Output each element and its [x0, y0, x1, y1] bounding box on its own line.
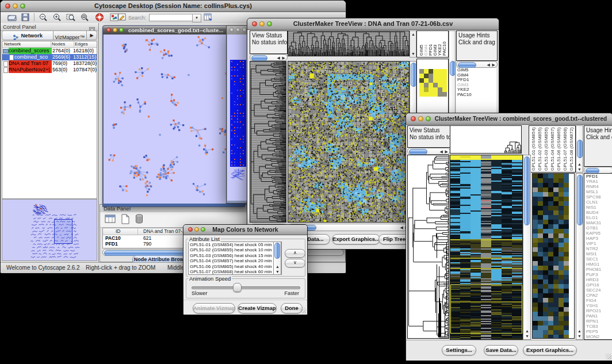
new-attribute-icon[interactable]	[121, 214, 130, 227]
matrix-cell[interactable]	[433, 78, 438, 83]
dialog-minimize-button[interactable]	[194, 227, 199, 232]
matrix-cell[interactable]	[429, 92, 433, 97]
search-input[interactable]	[149, 14, 193, 21]
tv1-column-dendrogram[interactable]	[288, 30, 410, 56]
matrix-cell[interactable]	[419, 92, 424, 97]
matrix-cell[interactable]	[429, 78, 433, 83]
matrix-cell[interactable]	[419, 87, 424, 92]
matrix-cell[interactable]	[438, 78, 442, 83]
matrix-cell[interactable]	[429, 87, 433, 92]
matrix-cell[interactable]	[438, 83, 442, 87]
dialog-button-animate-vizmap[interactable]: Animate Vizmap	[193, 303, 235, 313]
tv2-collabels-vscrollbar[interactable]: ▲▼	[576, 125, 583, 173]
tv1-minimize-button[interactable]	[259, 21, 265, 26]
network-view-canvas[interactable]	[104, 35, 243, 204]
attribute-list-item[interactable]: GPL51-02 (GSM855) heat shock 10 min	[189, 247, 281, 252]
delete-attribute-icon[interactable]	[135, 213, 144, 227]
matrix-cell[interactable]	[442, 92, 447, 97]
speed-slider-thumb[interactable]	[233, 283, 242, 292]
move-up-button[interactable]: ∧	[285, 249, 305, 258]
matrix-cell[interactable]	[442, 83, 447, 87]
tab-vizmapper[interactable]: VizMapper™	[53, 31, 86, 40]
matrix-cell[interactable]	[419, 74, 424, 78]
matrix-cell[interactable]	[429, 69, 433, 74]
network-overview[interactable]	[2, 199, 97, 261]
plugins-icon[interactable]	[110, 13, 118, 24]
matrix-cell[interactable]	[424, 87, 429, 92]
tv2-close-button[interactable]	[411, 116, 416, 121]
matrix-cell[interactable]	[442, 78, 447, 83]
netview-minimize-button[interactable]	[113, 28, 117, 32]
netview-zoom-button[interactable]	[119, 28, 124, 32]
attribute-list-item[interactable]: GPL51-06 (GSM865) heat shock 40 min	[189, 264, 281, 269]
matrix-cell[interactable]	[433, 87, 438, 92]
tv2-minimize-button[interactable]	[418, 116, 423, 121]
matrix-cell[interactable]	[433, 69, 438, 74]
tv2-zoom-vscrollbar[interactable]: ▲▼	[576, 173, 583, 340]
matrix-cell[interactable]	[424, 78, 429, 83]
import-table-icon[interactable]	[204, 13, 213, 24]
data-col-id[interactable]: ID	[116, 228, 121, 234]
matrix-cell[interactable]	[438, 92, 442, 97]
search-dropdown-button[interactable]: ▼	[192, 14, 201, 22]
dialog-close-button[interactable]	[188, 227, 193, 232]
help-ring-icon[interactable]	[95, 13, 104, 24]
tv1-labels-vscrollbar[interactable]	[449, 30, 456, 114]
tv2-button-settings[interactable]: Settings...	[442, 345, 476, 355]
matrix-cell[interactable]	[419, 83, 424, 87]
matrix-cell[interactable]	[419, 69, 424, 74]
attribute-select-icon[interactable]	[105, 214, 116, 227]
matrix-cell[interactable]	[442, 74, 447, 78]
matrix-cell[interactable]	[442, 69, 447, 74]
netview2-zoom-button[interactable]	[242, 28, 247, 32]
tv1-heatmap[interactable]	[288, 61, 410, 223]
dialog-zoom-button[interactable]	[201, 227, 205, 232]
tv1-coldend-scrollbar[interactable]: ▲▼	[410, 30, 416, 58]
attribute-list-item[interactable]: GPL51-04 (GSM857) heat shock 20 min	[189, 258, 281, 263]
matrix-cell[interactable]	[433, 83, 438, 87]
zoom-button[interactable]	[20, 3, 25, 9]
matrix-cell[interactable]	[433, 74, 438, 78]
tv2-button-export-graphics[interactable]: Export Graphics...	[523, 345, 577, 355]
open-icon[interactable]	[7, 13, 17, 24]
tv2-heatmap[interactable]	[450, 155, 523, 340]
minimize-button[interactable]	[13, 3, 18, 9]
dialog-button-create-vizmap[interactable]: Create Vizmap	[238, 303, 277, 313]
move-down-button[interactable]: ∨	[285, 259, 305, 267]
tv2-row-dendrogram[interactable]	[407, 155, 449, 339]
matrix-cell[interactable]	[424, 92, 429, 97]
dialog-resize-grip[interactable]	[300, 308, 306, 313]
tv2-status-hscrollbar[interactable]: ◀▶	[407, 148, 450, 155]
attribute-list-item[interactable]: GPL51-07 (GSM868) heat shock 60 min	[189, 269, 281, 274]
matrix-cell[interactable]	[424, 74, 429, 78]
netview-close-button[interactable]	[106, 28, 111, 32]
network-row[interactable]: DNA and Tran 07769(0)183728(0)	[2, 60, 97, 67]
attribute-list[interactable]: GPL51-01 (GSM854) heat shock 05 minGPL51…	[188, 242, 282, 275]
attribute-list-item[interactable]: GPL51-01 (GSM854) heat shock 05 min	[189, 242, 281, 247]
map-dialog-titlebar[interactable]: Map Colors to Network	[183, 225, 307, 235]
cytoscape-titlebar[interactable]: Cytoscape Desktop (Session Name: collins…	[1, 1, 346, 12]
tv2-resize-grip[interactable]	[606, 354, 611, 359]
tv2-zoom-button[interactable]	[426, 116, 431, 121]
tabs-overflow-button[interactable]: ▶	[86, 31, 97, 40]
annotation-icon[interactable]	[118, 13, 127, 24]
tv1-correlation-matrix[interactable]	[419, 69, 447, 97]
close-button[interactable]	[5, 3, 10, 9]
network-row[interactable]: combined_sco2569(6)13112(15)	[2, 54, 97, 60]
save-icon[interactable]	[21, 13, 29, 24]
netview2-close-button[interactable]	[230, 28, 234, 32]
matrix-cell[interactable]	[442, 87, 447, 92]
tv2-column-dendrogram[interactable]	[450, 125, 522, 154]
matrix-cell[interactable]	[419, 78, 424, 83]
network-row[interactable]: combined_scores2764(0)16218(0)	[2, 48, 97, 54]
treeview1-titlebar[interactable]: ClusterMaker TreeView : DNA and Tran 07-…	[247, 18, 499, 30]
tv1-zoom-button[interactable]	[267, 21, 272, 26]
col-network[interactable]: Network	[4, 41, 21, 47]
matrix-cell[interactable]	[438, 87, 442, 92]
col-nodes[interactable]: Nodes	[52, 41, 65, 47]
matrix-cell[interactable]	[429, 74, 433, 78]
matrix-cell[interactable]	[424, 83, 429, 87]
tv2-button-save-data[interactable]: Save Data...	[484, 345, 518, 355]
col-edges[interactable]: Edges	[75, 41, 88, 47]
matrix-cell[interactable]	[438, 74, 442, 78]
